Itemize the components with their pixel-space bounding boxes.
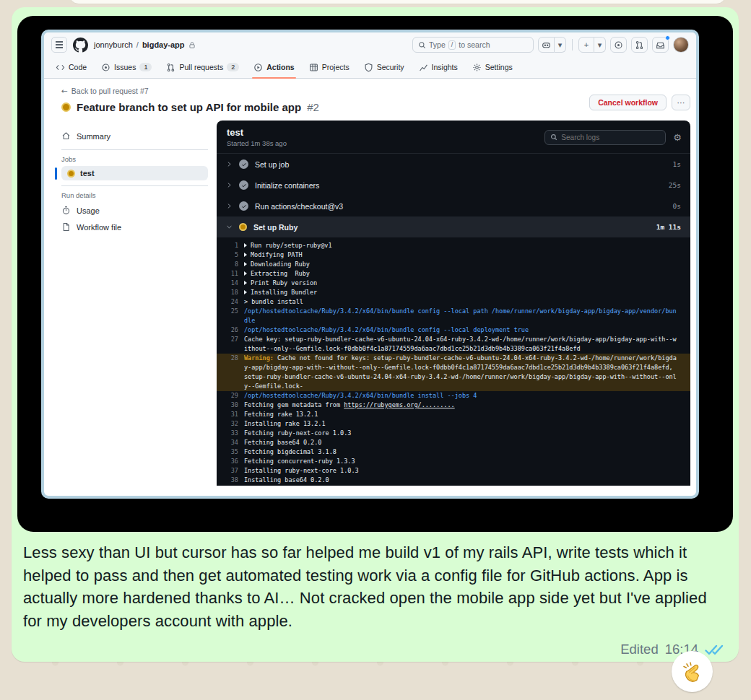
inbox-button[interactable] bbox=[652, 37, 669, 53]
tab-issues[interactable]: Issues1 bbox=[95, 56, 157, 78]
chevron-right-icon[interactable] bbox=[226, 182, 233, 188]
tab-insights[interactable]: Insights bbox=[413, 56, 464, 78]
log-line-number[interactable]: 28 bbox=[217, 354, 244, 391]
chevron-right-icon[interactable] bbox=[226, 161, 233, 167]
insights-icon bbox=[419, 63, 428, 72]
group-expand-triangle-icon[interactable] bbox=[244, 281, 247, 285]
search-placeholder-post: to search bbox=[459, 40, 490, 49]
log-line-number[interactable]: 1 bbox=[217, 241, 244, 250]
log-line-number[interactable]: 36 bbox=[217, 457, 244, 466]
log-line-text: Fetching ruby-next-core 1.0.3 bbox=[244, 429, 690, 438]
log-line-text: Fetching bigdecimal 3.1.8 bbox=[244, 447, 690, 457]
log-line-text: Installing base64 0.2.0 bbox=[244, 476, 690, 485]
tab-pull-requests[interactable]: Pull requests2 bbox=[160, 56, 245, 78]
pull-requests-header-button[interactable] bbox=[631, 37, 648, 53]
log-line-number[interactable]: 29 bbox=[217, 391, 244, 401]
issues-header-button[interactable] bbox=[610, 37, 627, 53]
create-new-button[interactable]: + bbox=[578, 37, 594, 53]
log-line-number[interactable]: 32 bbox=[217, 419, 244, 429]
reaction-badge[interactable] bbox=[672, 651, 713, 692]
log-line-number[interactable]: 18 bbox=[217, 288, 244, 297]
run-sidebar: Summary Jobs test Run details bbox=[44, 121, 217, 486]
tab-security[interactable]: Security bbox=[358, 56, 410, 78]
step-in-progress-icon bbox=[239, 223, 247, 231]
screenshot-image[interactable]: jonnyburch / bigday-app Type / to search… bbox=[17, 16, 733, 532]
message-bubble[interactable]: jonnyburch / bigday-app Type / to search… bbox=[12, 7, 739, 662]
global-search-input[interactable]: Type / to search bbox=[412, 37, 534, 53]
sidebar-item-job-test[interactable]: test bbox=[61, 166, 208, 180]
tab-settings[interactable]: Settings bbox=[466, 56, 518, 78]
log-line-number[interactable]: 34 bbox=[217, 438, 244, 447]
chevron-down-icon[interactable] bbox=[226, 224, 233, 230]
create-new-caret[interactable]: ▾ bbox=[594, 37, 606, 53]
chevron-right-icon[interactable] bbox=[226, 203, 233, 209]
copilot-button[interactable] bbox=[538, 37, 555, 53]
log-line-number[interactable]: 27 bbox=[217, 335, 244, 354]
hamburger-menu-button[interactable] bbox=[51, 37, 67, 53]
user-avatar[interactable] bbox=[673, 37, 689, 53]
jobs-section-label: Jobs bbox=[61, 155, 208, 163]
tab-actions[interactable]: Actions bbox=[248, 56, 300, 78]
sidebar-item-summary[interactable]: Summary bbox=[61, 128, 208, 144]
log-step-set-up-ruby[interactable]: Set up Ruby1m 11s bbox=[217, 216, 690, 237]
log-job-started: Started 1m 38s ago bbox=[227, 139, 287, 147]
breadcrumb-separator: / bbox=[136, 40, 139, 49]
sidebar-divider bbox=[61, 185, 208, 186]
copilot-dropdown-caret[interactable]: ▾ bbox=[555, 37, 566, 53]
clapping-hands-emoji bbox=[680, 659, 706, 685]
log-settings-gear-icon[interactable]: ⚙ bbox=[673, 132, 682, 143]
log-step-initialize-containers[interactable]: Initialize containers25s bbox=[217, 175, 690, 196]
log-line-number[interactable]: 35 bbox=[217, 447, 244, 457]
log-line-text: /opt/hostedtoolcache/Ruby/3.4.2/x64/bin/… bbox=[244, 307, 690, 325]
message-text: Less sexy than UI but cursor has so far … bbox=[23, 541, 728, 632]
log-line-number[interactable]: 37 bbox=[217, 466, 244, 476]
log-step-run-actions-checkout-v3[interactable]: Run actions/checkout@v30s bbox=[217, 196, 690, 216]
log-step-set-up-job[interactable]: Set up job1s bbox=[217, 154, 690, 175]
log-line-number[interactable]: 24 bbox=[217, 297, 244, 307]
log-line-text: Cache key: setup-ruby-bundler-cache-v6-u… bbox=[244, 335, 690, 354]
stopwatch-icon bbox=[61, 206, 71, 215]
log-line-text: Print Ruby version bbox=[244, 279, 690, 288]
search-icon bbox=[418, 41, 426, 49]
group-expand-triangle-icon[interactable] bbox=[244, 253, 247, 257]
log-line-number[interactable]: 5 bbox=[217, 250, 244, 260]
group-expand-triangle-icon[interactable] bbox=[244, 290, 247, 294]
search-logs-input[interactable] bbox=[561, 134, 648, 141]
header-divider bbox=[572, 39, 573, 51]
tab-label: Actions bbox=[266, 63, 295, 71]
group-expand-triangle-icon[interactable] bbox=[244, 243, 247, 248]
log-line-number[interactable]: 33 bbox=[217, 429, 244, 438]
log-line-number[interactable]: 31 bbox=[217, 410, 244, 419]
log-line-number[interactable]: 25 bbox=[217, 307, 244, 325]
group-expand-triangle-icon[interactable] bbox=[244, 271, 247, 276]
more-options-button[interactable]: ⋯ bbox=[672, 95, 690, 110]
tab-projects[interactable]: Projects bbox=[303, 56, 355, 78]
log-line-number[interactable]: 11 bbox=[217, 269, 244, 279]
search-logs-box[interactable] bbox=[544, 130, 666, 145]
whatsapp-chat-background: { "chat": { "message": "Less sexy than U… bbox=[0, 0, 751, 700]
log-line: 1Run ruby/setup-ruby@v1 bbox=[217, 241, 690, 250]
tab-label: Issues bbox=[114, 63, 136, 71]
cancel-workflow-button[interactable]: Cancel workflow bbox=[589, 95, 667, 110]
tab-code[interactable]: Code bbox=[50, 56, 92, 78]
log-line-number[interactable]: 30 bbox=[217, 401, 244, 410]
back-arrow-icon: ← bbox=[61, 87, 68, 95]
log-line-number[interactable]: 8 bbox=[217, 260, 244, 269]
log-line-text: Fetching gem metadata from https://rubyg… bbox=[244, 401, 690, 410]
sidebar-item-workflow-file[interactable]: Workflow file bbox=[61, 219, 208, 235]
github-logo-icon[interactable] bbox=[73, 38, 88, 53]
repo-owner-link[interactable]: jonnyburch bbox=[94, 40, 133, 49]
log-line-number[interactable]: 26 bbox=[217, 325, 244, 335]
group-expand-triangle-icon[interactable] bbox=[244, 262, 247, 266]
tab-label: Projects bbox=[322, 63, 350, 71]
log-line: 35Fetching bigdecimal 3.1.8 bbox=[217, 447, 690, 457]
log-line: 18Installing Bundler bbox=[217, 288, 690, 297]
log-line-number[interactable]: 14 bbox=[217, 279, 244, 288]
step-name: Set up job bbox=[255, 160, 289, 169]
log-line-text: > bundle install bbox=[244, 297, 690, 307]
log-link[interactable]: https://rubygems.org/......... bbox=[344, 401, 455, 408]
repo-name-link[interactable]: bigday-app bbox=[142, 40, 185, 49]
log-line-number[interactable]: 38 bbox=[217, 476, 244, 485]
message-meta: Edited 16:14 bbox=[620, 642, 724, 657]
sidebar-item-usage[interactable]: Usage bbox=[61, 202, 208, 219]
